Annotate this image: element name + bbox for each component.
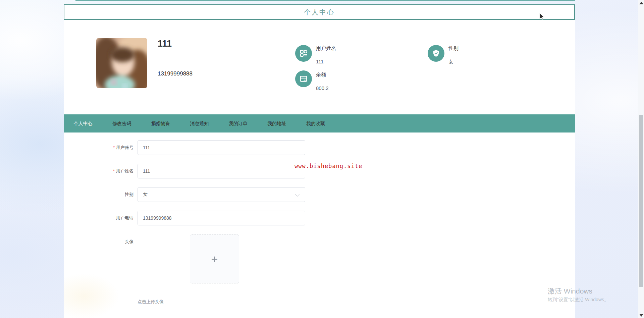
profile-phone: 13199999888 [158,70,193,77]
account-input[interactable] [138,140,305,155]
stat-balance-label: 余额 [316,72,326,78]
plus-icon: + [211,253,218,265]
scroll-up-arrow-icon[interactable] [639,2,643,4]
gender-label: 性别 [64,187,133,202]
avatar-upload-button[interactable]: + [190,234,239,283]
vertical-scrollbar[interactable] [638,0,644,318]
tab-my-favorites[interactable]: 我的收藏 [296,114,335,132]
required-asterisk: * [113,168,115,173]
profile-name: 111 [158,39,172,49]
page-title: 个人中心 [64,5,574,19]
grid-icon [295,45,312,62]
tab-notifications[interactable]: 消息通知 [180,114,219,132]
stat-balance-value: 800.2 [316,85,329,91]
tab-my-orders[interactable]: 我的订单 [219,114,258,132]
top-border-line [75,0,575,1]
site-watermark: www.bishebang.site [294,163,362,169]
username-input[interactable] [138,164,305,178]
tab-change-password[interactable]: 修改密码 [103,114,142,132]
stat-username-value: 111 [316,59,324,64]
scroll-down-arrow-icon[interactable] [639,314,643,317]
windows-activation-watermark: 激活 Windows 转到“设置”以激活 Windows。 [548,286,609,303]
tab-personal-center[interactable]: 个人中心 [64,114,103,132]
gender-select[interactable] [138,187,305,202]
shield-check-icon [428,45,444,62]
username-label: *用户姓名 [64,164,133,178]
phone-label: 用户电话 [64,211,133,225]
wallet-card-icon [295,70,312,87]
avatar-upload-hint: 点击上传头像 [138,299,164,305]
profile-avatar [96,38,147,88]
windows-activation-line2: 转到“设置”以激活 Windows。 [548,297,609,303]
tab-my-address[interactable]: 我的地址 [258,114,297,132]
stat-gender-value: 女 [448,59,453,65]
page-header: 个人中心 [64,4,575,20]
scrollbar-thumb[interactable] [639,115,643,287]
mouse-cursor-icon [538,13,545,20]
profile-tab-bar: 个人中心 修改密码 捐赠物资 消息通知 我的订单 我的地址 我的收藏 [64,114,575,132]
tab-donate-supplies[interactable]: 捐赠物资 [141,114,180,132]
avatar-upload-label: 头像 [64,234,133,249]
content-area: 个人中心 111 13199999888 [64,4,575,318]
stat-gender-label: 性别 [448,45,459,52]
page: 个人中心 111 13199999888 [0,0,644,318]
phone-input[interactable] [138,211,305,225]
stat-username-label: 用户姓名 [316,45,336,52]
avatar-photo-placeholder [96,38,147,88]
account-label: *用户账号 [64,140,133,155]
required-asterisk: * [113,145,115,150]
windows-activation-line1: 激活 Windows [548,286,609,296]
